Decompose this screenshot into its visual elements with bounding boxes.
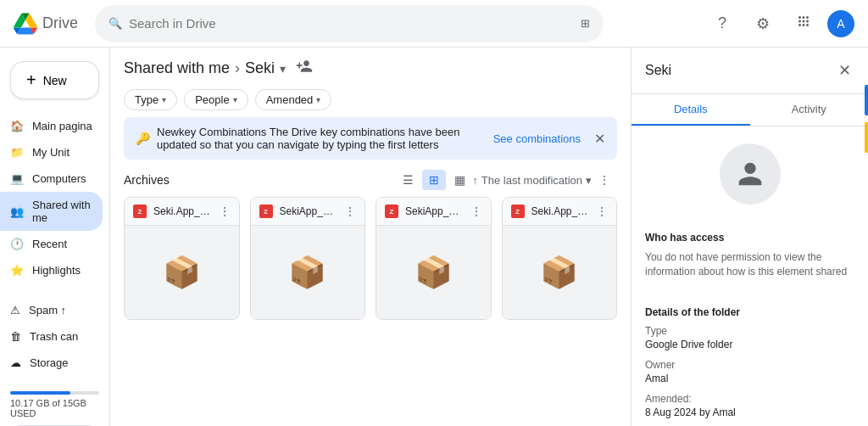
storage-bar-fill [10, 391, 70, 395]
sidebar-item-recent[interactable]: 🕐 Recent [0, 231, 103, 257]
sort-up-icon: ↑ [472, 174, 478, 187]
search-icon: 🔍 [108, 17, 122, 30]
recent-icon: 🕐 [10, 238, 24, 250]
sidebar-item-storage[interactable]: ☁ Storage [0, 350, 103, 376]
apps-button[interactable] [787, 7, 821, 41]
storage-section: 10.17 GB of 15GB USED Get more storage [0, 376, 109, 426]
file-menu-3[interactable]: ⋮ [596, 205, 608, 218]
file-name-3: Seki.App_0.3.0.... [531, 205, 590, 217]
type-value: Google Drive folder [645, 339, 854, 350]
sidebar-label-highlights: Highlights [32, 264, 81, 277]
search-bar[interactable]: 🔍 ⊞ [95, 5, 604, 42]
breadcrumb-separator: › [235, 59, 240, 77]
file-preview-icon-2: 📦 [415, 255, 453, 290]
filter-people-arrow: ▾ [233, 95, 237, 104]
right-edge-blue-indicator [865, 85, 868, 115]
add-people-icon[interactable] [296, 58, 313, 79]
breadcrumb-parent[interactable]: Shared with me [124, 59, 230, 77]
file-name-2: SekiApp_0.3.0.... [405, 205, 464, 217]
file-menu-0[interactable]: ⋮ [219, 205, 231, 218]
file-card-header-2: Z SekiApp_0.3.0.... ⋮ [376, 198, 491, 226]
file-menu-1[interactable]: ⋮ [344, 205, 356, 218]
computer-icon: 💻 [10, 172, 24, 185]
trash-icon: 🗑 [10, 330, 21, 343]
key-icon: 🔑 [136, 132, 150, 145]
panel-tab-details[interactable]: Details [632, 94, 750, 126]
file-card-header-1: Z SekiApp_0.3.0.... ⋮ [251, 198, 365, 226]
apps-grid-icon [796, 14, 811, 33]
notification-link[interactable]: See combinations [493, 132, 581, 145]
new-button[interactable]: + New [10, 61, 99, 99]
list-view-button[interactable]: ☰ [396, 170, 420, 190]
file-name-1: SekiApp_0.3.0.... [280, 205, 338, 217]
search-input[interactable] [129, 16, 574, 31]
more-options-button[interactable]: ⋮ [592, 170, 617, 190]
filter-amended[interactable]: Amended ▾ [255, 89, 332, 110]
detail-type: Type Google Drive folder [645, 325, 854, 350]
sidebar: + New 🏠 Main pagina 📁 My Unit 💻 Computer… [0, 48, 110, 426]
filter-amended-label: Amended [266, 93, 314, 106]
file-card-3[interactable]: Z Seki.App_0.3.0.... ⋮ 📦 [502, 197, 618, 320]
content-header: Shared with me › Seki ▾ [110, 48, 631, 86]
filter-people-label: People [195, 93, 229, 106]
storage-usage-text: 10.17 GB of 15GB USED [10, 398, 99, 418]
sort-button[interactable]: ↑ The last modification ▾ [472, 174, 592, 187]
file-preview-0: 📦 [125, 226, 239, 319]
amended-value: 8 Aug 2024 by Amal [645, 406, 854, 418]
sidebar-item-main-pagina[interactable]: 🏠 Main pagina [0, 113, 103, 139]
file-preview-2: 📦 [376, 226, 491, 319]
panel-header: Seki ✕ [632, 48, 868, 94]
sidebar-item-computers[interactable]: 💻 Computers [0, 165, 103, 192]
file-card-2[interactable]: Z SekiApp_0.3.0.... ⋮ 📦 [376, 197, 492, 320]
file-name-0: Seki.App_0.3.0.... [153, 205, 212, 217]
amended-label: Amended: [645, 393, 854, 405]
folder-name-button[interactable]: Seki ▾ [245, 59, 286, 77]
who-has-access-title: Who has access [645, 232, 854, 244]
file-card-header-0: Z Seki.App_0.3.0.... ⋮ [125, 198, 239, 226]
filter-amended-arrow: ▾ [316, 95, 320, 104]
star-icon: ⭐ [10, 264, 24, 277]
panel-avatar-section [632, 126, 868, 221]
help-button[interactable]: ? [705, 7, 739, 41]
file-menu-2[interactable]: ⋮ [470, 205, 482, 218]
detail-owner: Owner Amal [645, 359, 854, 384]
sidebar-item-highlights[interactable]: ⭐ Highlights [0, 257, 103, 283]
sidebar-label-computers: Computers [32, 172, 86, 185]
storage-bar-background [10, 391, 99, 395]
section-title: Archives [124, 173, 396, 187]
grid-check-view-button[interactable]: ⊞ [422, 170, 446, 190]
panel-tabs: Details Activity [632, 94, 868, 126]
zip-icon-2: Z [385, 205, 398, 218]
panel-who-has-access: Who has access You do not have permissio… [632, 221, 868, 289]
file-card-0[interactable]: Z Seki.App_0.3.0.... ⋮ 📦 [124, 197, 240, 320]
app-name: Drive [42, 14, 78, 32]
sidebar-item-shared-with-me[interactable]: 👥 Shared with me [0, 192, 103, 231]
notification-close-button[interactable]: ✕ [594, 131, 605, 147]
owner-label: Owner [645, 359, 854, 371]
settings-button[interactable]: ⚙ [746, 7, 780, 41]
view-toggle: ☰ ⊞ ▦ [396, 170, 472, 190]
filters-bar: Type ▾ People ▾ Amended ▾ [110, 86, 631, 117]
grid-view-button[interactable]: ▦ [448, 170, 472, 190]
search-options-icon[interactable]: ⊞ [581, 17, 590, 30]
new-button-label: New [43, 74, 67, 87]
panel-close-button[interactable]: ✕ [835, 58, 854, 83]
filter-people[interactable]: People ▾ [184, 89, 248, 110]
zip-icon-3: Z [511, 205, 525, 218]
filter-type-arrow: ▾ [162, 95, 166, 104]
filter-type[interactable]: Type ▾ [124, 89, 177, 110]
folder-icon: 📁 [10, 146, 24, 159]
topbar-actions: ? ⚙ A [705, 7, 854, 41]
panel-folder-avatar [720, 143, 781, 205]
notification-bar: 🔑 Newkey Combinations The Drive key comb… [124, 117, 617, 160]
sidebar-item-trash[interactable]: 🗑 Trash can [0, 323, 103, 350]
user-avatar[interactable]: A [827, 10, 854, 37]
main-layout: + New 🏠 Main pagina 📁 My Unit 💻 Computer… [0, 48, 868, 426]
file-preview-icon-1: 📦 [288, 255, 326, 290]
sidebar-item-my-unit[interactable]: 📁 My Unit [0, 139, 103, 165]
panel-tab-activity[interactable]: Activity [750, 94, 869, 126]
detail-amended: Amended: 8 Aug 2024 by Amal [645, 393, 854, 418]
shared-icon: 👥 [10, 205, 24, 218]
sidebar-item-spam[interactable]: ⚠ Spam ↑ [0, 297, 103, 323]
file-card-1[interactable]: Z SekiApp_0.3.0.... ⋮ 📦 [250, 197, 366, 320]
